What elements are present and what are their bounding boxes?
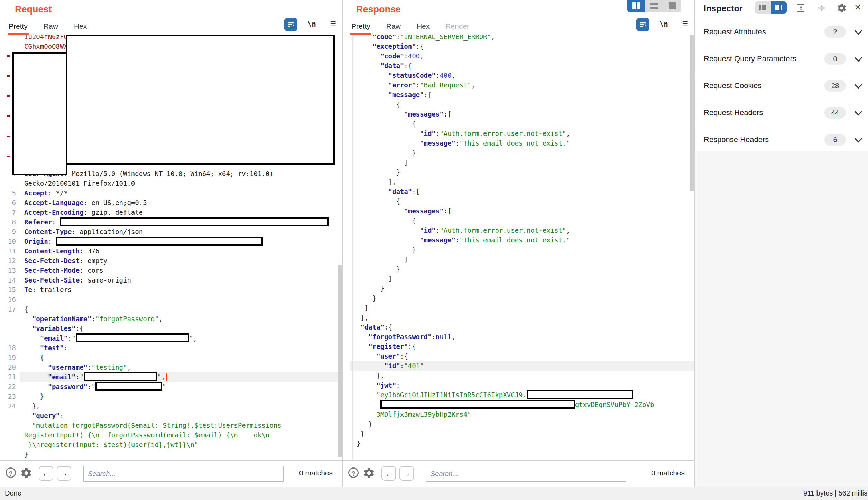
redacted-text-fragment <box>7 55 10 57</box>
help-icon[interactable]: ? <box>348 467 359 478</box>
inspector-layout-switch[interactable] <box>755 1 787 14</box>
chevron-down-icon[interactable] <box>855 108 862 115</box>
search-input[interactable] <box>426 466 626 482</box>
collapse-all-icon[interactable] <box>816 3 827 13</box>
gear-icon[interactable] <box>363 467 375 479</box>
code-line: 22 "password":"" <box>0 382 342 391</box>
code-line: 9Content-Type: application/json <box>0 227 342 237</box>
code-line: { <box>343 119 694 129</box>
scrollbar-thumb[interactable] <box>338 265 342 457</box>
line-number: 22 <box>0 382 20 391</box>
response-editor[interactable]: "code":"INTERNAL_SERVER_ERROR", "excepti… <box>343 35 694 461</box>
search-input[interactable] <box>83 466 284 482</box>
status-bar: Done 911 bytes | 562 millis <box>0 487 868 500</box>
line-number <box>343 109 350 119</box>
code-line: ] <box>343 254 694 264</box>
code-line: } <box>343 245 694 254</box>
soft-wrap-icon[interactable] <box>636 18 649 31</box>
line-number <box>343 100 350 109</box>
line-number <box>0 35 20 41</box>
chevron-down-icon[interactable] <box>855 54 862 62</box>
prev-match-button[interactable]: ← <box>39 466 53 481</box>
line-number <box>0 178 20 188</box>
redaction-box <box>66 35 335 165</box>
chevron-down-icon[interactable] <box>855 27 862 35</box>
line-number: 13 <box>0 266 20 275</box>
inspector-section-request-attributes[interactable]: Request Attributes2 <box>695 18 868 45</box>
prev-match-button[interactable]: ← <box>381 466 396 481</box>
expand-all-icon[interactable] <box>796 3 806 13</box>
line-number <box>343 438 350 448</box>
editor-menu-icon[interactable]: ≡ <box>682 17 688 29</box>
line-number <box>343 380 350 390</box>
line-number <box>343 167 350 177</box>
next-match-button[interactable]: → <box>57 466 71 481</box>
inspector-expanded-icon[interactable] <box>771 1 787 14</box>
count-badge: 28 <box>824 80 846 92</box>
line-number: 18 <box>0 343 20 353</box>
code-line: "statusCode":400, <box>343 71 694 80</box>
response-metrics: 911 bytes | 562 millis <box>803 489 867 497</box>
line-number <box>343 419 350 429</box>
line-number <box>0 324 20 333</box>
count-badge: 44 <box>824 107 846 119</box>
inspector-docked-icon[interactable] <box>755 1 771 14</box>
line-number <box>343 80 350 90</box>
layout-switch[interactable] <box>627 0 681 12</box>
code-line: "messages":[ <box>343 206 694 216</box>
code-line: } <box>343 303 694 313</box>
scrollbar-thumb[interactable] <box>690 35 694 191</box>
gear-icon[interactable] <box>837 3 847 13</box>
code-line: } <box>0 450 342 459</box>
line-number: 14 <box>0 275 20 285</box>
line-number: 8 <box>0 217 20 227</box>
line-number <box>343 41 350 51</box>
line-number <box>343 196 350 206</box>
code-line: 19 { <box>0 353 342 362</box>
section-label: Request Cookies <box>704 81 762 90</box>
inspector-section-response-headers[interactable]: Response Headers6 <box>695 126 868 153</box>
help-icon[interactable]: ? <box>6 467 16 478</box>
code-line: 20 "username":"testing", <box>0 362 342 372</box>
inspector-section-request-headers[interactable]: Request Headers44 <box>695 99 868 126</box>
line-number <box>0 411 20 420</box>
next-match-button[interactable]: → <box>399 466 414 481</box>
code-line: "query": <box>0 411 342 420</box>
line-number <box>343 409 350 419</box>
code-line: ], <box>343 313 694 322</box>
line-number: 7 <box>0 207 20 217</box>
newline-toggle[interactable]: \n <box>307 20 316 28</box>
code-line: 7Accept-Encoding: gzip, deflate <box>0 207 342 217</box>
line-number <box>343 216 350 225</box>
newline-toggle[interactable]: \n <box>659 20 668 28</box>
code-line: "messages":[ <box>343 109 694 119</box>
layout-stacked-icon[interactable] <box>645 0 663 12</box>
request-pane: Request PrettyRawHex \n ≡ Iu2O4fN6zFOLre… <box>0 0 343 487</box>
line-number <box>343 274 350 284</box>
soft-wrap-icon[interactable] <box>284 18 297 31</box>
chevron-down-icon[interactable] <box>855 135 862 142</box>
request-editor[interactable]: Iu2O4fN6zFOLreqCGhxmOoQ8WXmtL44User-Agen… <box>0 35 342 461</box>
line-number <box>343 158 350 167</box>
inspector-section-request-query-parameters[interactable]: Request Query Parameters0 <box>695 45 868 72</box>
gear-icon[interactable] <box>20 467 33 479</box>
redaction-box <box>60 217 329 226</box>
chevron-down-icon[interactable] <box>855 81 862 89</box>
redaction-box <box>76 333 189 342</box>
editor-menu-icon[interactable]: ≡ <box>330 17 336 29</box>
redaction-box <box>380 400 575 409</box>
code-line: ] <box>343 274 694 284</box>
line-number <box>343 225 350 235</box>
line-number <box>343 322 350 332</box>
line-number <box>343 61 350 71</box>
line-number <box>343 245 350 254</box>
layout-single-icon[interactable] <box>663 0 681 12</box>
line-number <box>343 119 350 129</box>
count-badge: 0 <box>824 53 846 65</box>
response-editor-icons: \n ≡ <box>343 18 694 33</box>
line-number: 5 <box>0 188 20 198</box>
inspector-section-request-cookies[interactable]: Request Cookies28 <box>695 72 868 99</box>
code-line: }\nregister(input: $test){user{id},jwt}}… <box>0 440 342 450</box>
layout-side-by-side-icon[interactable] <box>627 0 645 12</box>
close-icon[interactable]: × <box>855 1 861 13</box>
